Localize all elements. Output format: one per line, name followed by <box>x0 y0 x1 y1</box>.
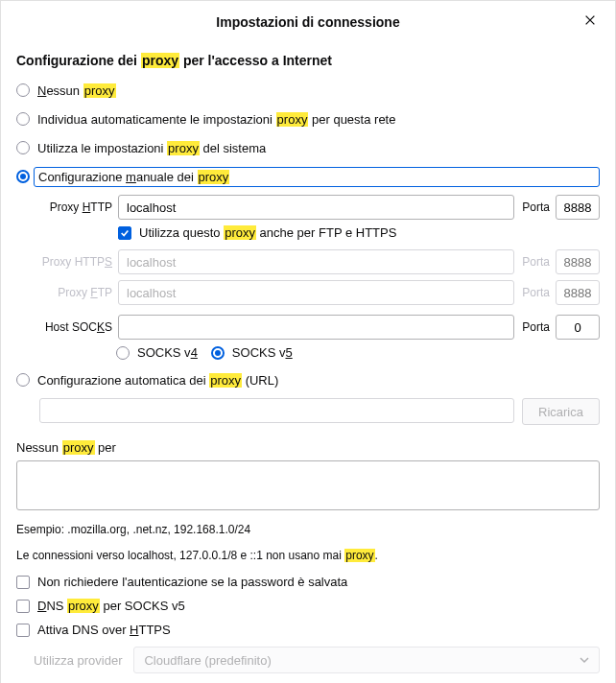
label-https-proxy: Proxy HTTPS <box>39 255 112 269</box>
input-https-proxy <box>118 249 514 274</box>
label-doh: Attiva DNS over HTTPS <box>37 623 171 637</box>
input-http-port[interactable] <box>556 195 600 220</box>
radio-socks-v5[interactable] <box>211 346 225 360</box>
input-https-port <box>556 249 600 274</box>
label-manual-proxy: Configurazione manuale dei proxy <box>34 167 600 187</box>
label-socks-host: Host SOCKS <box>39 320 112 334</box>
label-http-proxy: Proxy HTTP <box>39 200 112 214</box>
label-use-for-all: Utilizza questo proxy anche per FTP e HT… <box>139 225 396 240</box>
input-http-proxy[interactable] <box>118 195 514 220</box>
radio-auto-detect[interactable] <box>16 112 30 126</box>
reload-button: Ricarica <box>522 398 600 425</box>
chevron-down-icon <box>580 655 589 665</box>
label-socks-port: Porta <box>522 320 550 334</box>
input-pac-url <box>39 398 514 423</box>
check-icon <box>120 228 130 238</box>
checkbox-dns-socks[interactable] <box>16 600 30 613</box>
checkbox-no-auth-prompt[interactable] <box>16 576 30 589</box>
label-pac-url: Configurazione automatica dei proxy (URL… <box>37 373 278 388</box>
label-no-proxy: Nessun proxy <box>37 83 116 98</box>
label-socks-v4: SOCKS v4 <box>137 345 198 360</box>
label-provider: Utilizza provider <box>34 653 122 668</box>
label-system-proxy: Utilizza le impostazioni proxy del siste… <box>37 141 266 155</box>
input-ftp-proxy <box>118 280 514 305</box>
label-ftp-proxy: Proxy FTP <box>39 286 112 299</box>
radio-socks-v4[interactable] <box>116 346 130 360</box>
input-ftp-port <box>556 280 600 305</box>
radio-manual-proxy[interactable] <box>16 170 30 183</box>
label-http-port: Porta <box>522 200 550 214</box>
input-socks-port[interactable] <box>556 315 600 340</box>
textarea-no-proxy-for[interactable] <box>16 460 600 510</box>
dialog-title: Impostazioni di connessione <box>216 14 399 30</box>
hint-localhost: Le connessioni verso localhost, 127.0.0.… <box>16 547 600 565</box>
label-https-port: Porta <box>522 255 550 269</box>
close-button[interactable] <box>580 11 600 30</box>
select-provider: Cloudflare (predefinito) <box>133 647 600 673</box>
checkbox-doh[interactable] <box>16 624 30 637</box>
radio-pac-url[interactable] <box>16 373 30 387</box>
hint-example: Esempio: .mozilla.org, .net.nz, 192.168.… <box>16 521 600 539</box>
label-no-auth-prompt: Non richiedere l'autenticazione se la pa… <box>37 575 347 589</box>
radio-no-proxy[interactable] <box>16 83 30 97</box>
label-ftp-port: Porta <box>522 286 550 299</box>
label-socks-v5: SOCKS v5 <box>232 345 293 360</box>
label-dns-socks: DNS proxy per SOCKS v5 <box>37 599 185 613</box>
checkbox-use-for-all[interactable] <box>118 226 131 240</box>
label-auto-detect: Individua automaticamente le impostazion… <box>37 112 395 127</box>
select-provider-value: Cloudflare (predefinito) <box>144 653 271 668</box>
close-icon <box>583 13 597 27</box>
section-heading: Configurazione dei proxy per l'accesso a… <box>16 53 600 68</box>
radio-system-proxy[interactable] <box>16 141 30 154</box>
label-no-proxy-for: Nessun proxy per <box>16 440 600 455</box>
input-socks-host[interactable] <box>118 315 514 340</box>
